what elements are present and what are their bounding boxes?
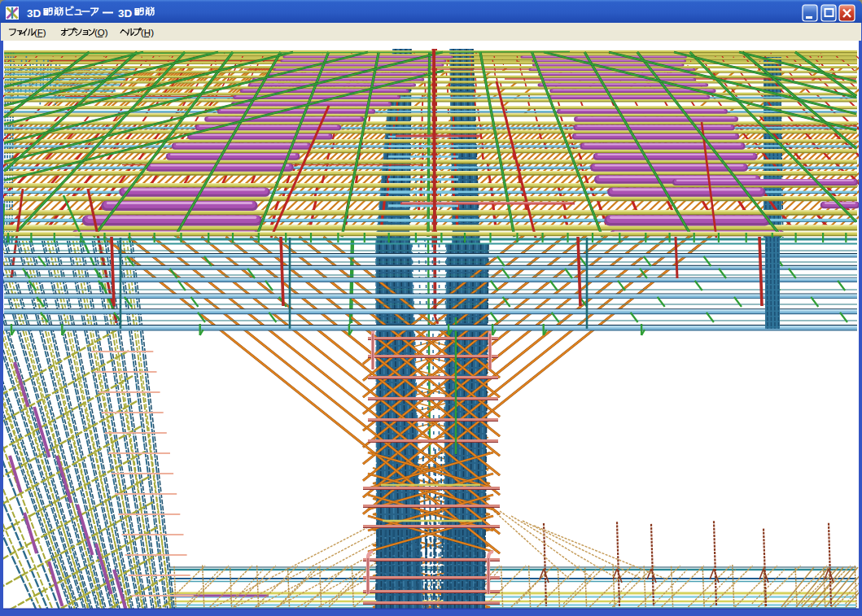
- svg-text:(F): (F): [34, 28, 46, 37]
- svg-text:(O): (O): [94, 28, 108, 37]
- svg-text:3D: 3D: [118, 7, 133, 20]
- svg-text:(H): (H): [141, 28, 154, 37]
- svg-text:3D: 3D: [27, 7, 42, 20]
